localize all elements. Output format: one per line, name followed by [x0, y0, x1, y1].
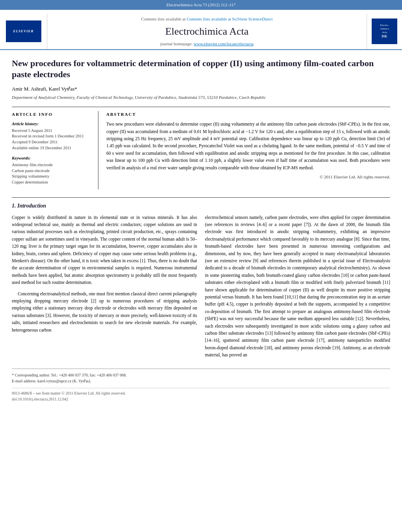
journal-homepage: journal homepage: www.elsevier.com/locat… — [160, 41, 254, 47]
abstract-text: Two new procedures were elaborated to de… — [106, 120, 390, 171]
footer-doi: doi:10.1016/j.electacta.2011.12.042 — [12, 396, 390, 402]
journal-citation-bar: Electrochimica Acta 73 (2012) 112–117 — [0, 0, 402, 10]
intro-para-2: Concerning electroanalytical methods, on… — [12, 290, 197, 334]
journal-homepage-link[interactable]: www.elsevier.com/locate/electacta — [194, 41, 254, 46]
received-date: Received 5 August 2011 — [12, 128, 92, 134]
authors-text: Amir M. Ashrafi, Karel Vytr̆as* — [12, 86, 77, 92]
journal-title: Electrochimica Acta — [165, 24, 249, 39]
keywords-label: Keywords: — [12, 155, 92, 161]
body-columns: Copper is widely distributed in nature i… — [12, 214, 390, 363]
keyword-4: Copper determination — [12, 180, 92, 185]
journal-logo-container: Electro-chimicaActaISE — [367, 14, 402, 49]
abstract-column: ABSTRACT Two new procedures were elabora… — [106, 111, 390, 189]
elsevier-logo-container: ELSEVIER — [0, 14, 47, 49]
footnote-area: * Corresponding author. Tel.: +420 466 0… — [12, 369, 390, 384]
sciverse-link[interactable]: Contents lists available at SciVerse Sci… — [187, 17, 272, 21]
article-meta-row: ARTICLE INFO Article history: Received 5… — [12, 107, 390, 189]
accepted-date: Accepted 9 December 2011 — [12, 139, 92, 145]
keyword-2: Carbon paste electrode — [12, 168, 92, 174]
footer-rights: 0013-4686/$ – see front matter © 2011 El… — [12, 390, 390, 396]
article-history-group: Article history: Received 5 August 2011 … — [12, 120, 92, 151]
footnote-star: * Corresponding author. Tel.: +420 466 0… — [12, 372, 390, 378]
keywords-group: Keywords: Antimony film electrode Carbon… — [12, 155, 92, 185]
intro-heading: 1. Introduction — [12, 202, 390, 210]
abstract-label: ABSTRACT — [106, 111, 390, 118]
journal-citation-text: Electrochimica Acta 73 (2012) 112–117 — [167, 2, 236, 7]
body-col-left: Copper is widely distributed in nature i… — [12, 214, 197, 363]
footer-bar: 0013-4686/$ – see front matter © 2011 El… — [12, 388, 390, 402]
body-col-right: electrochemical sensors namely, carbon p… — [205, 214, 391, 363]
copyright-line: © 2011 Elsevier Ltd. All rights reserved… — [106, 174, 390, 180]
revised-date: Received in revised form 1 December 2011 — [12, 133, 92, 139]
footnote-email: E-mail address: karel.vytras@upce.cz (K.… — [12, 378, 390, 384]
article-title: New procedures for voltammetric determin… — [12, 58, 390, 80]
article-affiliation: Department of Analytical Chemistry, Facu… — [12, 94, 390, 101]
keyword-3: Stripping voltammetry — [12, 174, 92, 180]
journal-logo-box: Electro-chimicaActaISE — [372, 19, 397, 44]
available-date: Available online 19 December 2011 — [12, 145, 92, 151]
article-authors: Amir M. Ashrafi, Karel Vytr̆as* — [12, 85, 390, 93]
intro-para-3: electrochemical sensors namely, carbon p… — [205, 214, 391, 359]
intro-para-1: Copper is widely distributed in nature i… — [12, 214, 197, 286]
main-content: New procedures for voltammetric determin… — [0, 50, 402, 410]
contents-available-line: Contents lists available at Contents lis… — [141, 16, 273, 22]
article-info-label: ARTICLE INFO — [12, 111, 92, 118]
article-info-column: ARTICLE INFO Article history: Received 5… — [12, 111, 98, 189]
history-label: Article history: — [12, 120, 92, 127]
journal-header: ELSEVIER Contents lists available at Con… — [0, 10, 402, 50]
keyword-1: Antimony film electrode — [12, 162, 92, 168]
introduction-section: 1. Introduction Copper is widely distrib… — [12, 197, 390, 363]
header-middle: Contents lists available at Contents lis… — [47, 14, 367, 49]
elsevier-logo: ELSEVIER — [6, 20, 41, 42]
